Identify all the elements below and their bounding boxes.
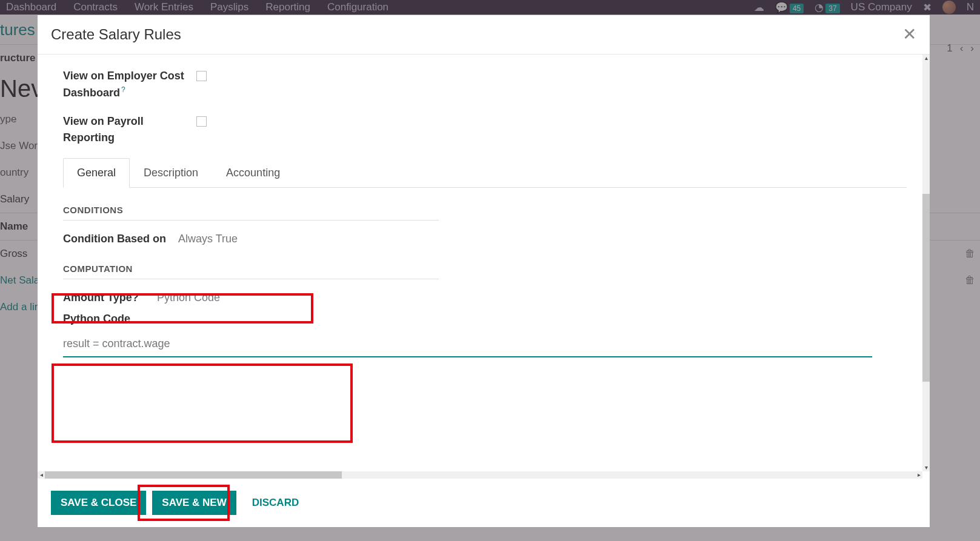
- tab-description[interactable]: Description: [130, 158, 212, 187]
- scroll-right-icon[interactable]: ▸: [915, 471, 922, 479]
- highlight-computation: [52, 363, 353, 443]
- python-code-input[interactable]: result = contract.wage: [63, 334, 872, 357]
- modal-title: Create Salary Rules: [51, 26, 181, 43]
- field-amount-type: Amount Type? Python Code: [63, 291, 439, 304]
- modal-body: View on Employer Cost Dashboard? View on…: [38, 55, 930, 479]
- checkbox-payroll-reporting[interactable]: [196, 116, 207, 127]
- conditions-group: CONDITIONS Condition Based on Always Tru…: [63, 205, 439, 245]
- field-employer-cost: View on Employer Cost Dashboard?: [63, 68, 907, 101]
- scroll-left-icon[interactable]: ◂: [38, 471, 45, 479]
- save-new-button[interactable]: SAVE & NEW: [152, 491, 236, 515]
- tab-accounting[interactable]: Accounting: [212, 158, 294, 187]
- value-amount-type[interactable]: Python Code: [157, 291, 220, 304]
- modal-header: Create Salary Rules ✕: [38, 15, 930, 55]
- create-salary-rules-modal: Create Salary Rules ✕ View on Employer C…: [38, 15, 930, 527]
- label-python-code: Python Code: [63, 313, 178, 325]
- vertical-scrollbar[interactable]: ▴ ▾: [922, 55, 930, 471]
- section-computation: COMPUTATION: [63, 264, 439, 279]
- scroll-up-icon[interactable]: ▴: [922, 55, 930, 62]
- label-amount-type: Amount Type?: [63, 291, 157, 304]
- field-python-code-label: Python Code: [63, 313, 439, 325]
- horizontal-scrollbar[interactable]: ◂ ▸: [38, 471, 922, 479]
- close-icon[interactable]: ✕: [902, 26, 916, 43]
- tabs: General Description Accounting: [63, 158, 907, 188]
- scroll-down-icon[interactable]: ▾: [922, 464, 930, 471]
- value-condition-based-on[interactable]: Always True: [178, 233, 238, 245]
- modal-footer: SAVE & CLOSE SAVE & NEW DISCARD: [38, 479, 930, 527]
- tab-general[interactable]: General: [63, 158, 130, 188]
- help-icon[interactable]: ?: [132, 291, 139, 304]
- computation-group: COMPUTATION Amount Type? Python Code Pyt…: [63, 264, 439, 325]
- discard-button[interactable]: DISCARD: [242, 491, 308, 515]
- section-conditions: CONDITIONS: [63, 205, 439, 221]
- modal-scroll-area[interactable]: View on Employer Cost Dashboard? View on…: [38, 55, 922, 471]
- vscroll-thumb[interactable]: [922, 194, 930, 382]
- label-payroll-reporting: View on Payroll Reporting: [63, 113, 196, 146]
- save-close-button[interactable]: SAVE & CLOSE: [51, 491, 146, 515]
- help-icon[interactable]: ?: [121, 85, 125, 94]
- label-employer-cost: View on Employer Cost Dashboard?: [63, 68, 196, 101]
- field-payroll-reporting: View on Payroll Reporting: [63, 113, 907, 146]
- hscroll-thumb[interactable]: [45, 471, 342, 479]
- label-condition-based-on: Condition Based on: [63, 233, 178, 245]
- checkbox-employer-cost[interactable]: [196, 71, 207, 81]
- field-condition-based-on: Condition Based on Always True: [63, 233, 439, 245]
